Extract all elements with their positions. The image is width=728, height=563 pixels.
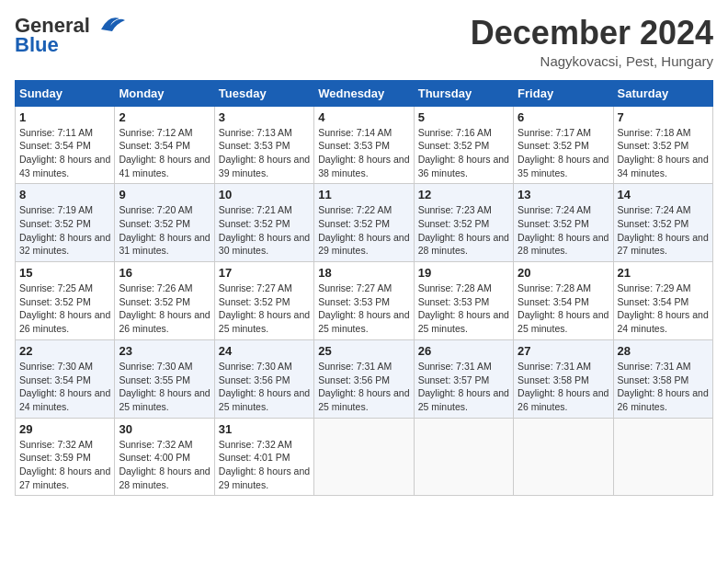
day-number: 15 xyxy=(19,266,110,280)
page-header: General Blue December 2024 Nagykovacsi, … xyxy=(15,15,713,69)
calendar-cell: 8Sunrise: 7:19 AMSunset: 3:52 PMDaylight… xyxy=(16,184,115,262)
calendar-cell: 23Sunrise: 7:30 AMSunset: 3:55 PMDayligh… xyxy=(115,339,214,418)
calendar-cell: 16Sunrise: 7:26 AMSunset: 3:52 PMDayligh… xyxy=(115,262,214,340)
calendar-cell: 25Sunrise: 7:31 AMSunset: 3:56 PMDayligh… xyxy=(314,339,414,418)
day-info: Sunrise: 7:27 AMSunset: 3:52 PMDaylight:… xyxy=(219,282,310,336)
day-info: Sunrise: 7:30 AMSunset: 3:56 PMDaylight:… xyxy=(219,360,310,414)
day-number: 1 xyxy=(19,110,110,124)
calendar-week-row: 15Sunrise: 7:25 AMSunset: 3:52 PMDayligh… xyxy=(16,262,713,340)
calendar-cell: 15Sunrise: 7:25 AMSunset: 3:52 PMDayligh… xyxy=(16,262,115,340)
day-info: Sunrise: 7:22 AMSunset: 3:52 PMDaylight:… xyxy=(318,203,409,258)
day-number: 18 xyxy=(318,266,409,280)
calendar-cell: 5Sunrise: 7:16 AMSunset: 3:52 PMDaylight… xyxy=(414,106,513,184)
day-number: 26 xyxy=(418,344,509,358)
calendar-cell: 20Sunrise: 7:28 AMSunset: 3:54 PMDayligh… xyxy=(514,262,613,340)
location: Nagykovacsi, Pest, Hungary xyxy=(471,53,713,69)
day-info: Sunrise: 7:32 AMSunset: 4:01 PMDaylight:… xyxy=(219,438,310,492)
day-number: 9 xyxy=(119,188,210,201)
weekday-header-thursday: Thursday xyxy=(414,80,513,106)
day-info: Sunrise: 7:13 AMSunset: 3:53 PMDaylight:… xyxy=(219,126,310,180)
calendar-cell: 26Sunrise: 7:31 AMSunset: 3:57 PMDayligh… xyxy=(414,339,513,418)
weekday-header-sunday: Sunday xyxy=(16,80,115,106)
title-block: December 2024 Nagykovacsi, Pest, Hungary xyxy=(471,15,713,69)
day-info: Sunrise: 7:32 AMSunset: 4:00 PMDaylight:… xyxy=(119,438,210,492)
calendar-cell: 27Sunrise: 7:31 AMSunset: 3:58 PMDayligh… xyxy=(514,339,613,418)
day-info: Sunrise: 7:23 AMSunset: 3:52 PMDaylight:… xyxy=(418,203,509,258)
weekday-header-wednesday: Wednesday xyxy=(314,80,414,106)
day-number: 2 xyxy=(119,110,210,124)
calendar-cell: 9Sunrise: 7:20 AMSunset: 3:52 PMDaylight… xyxy=(115,184,214,262)
calendar-cell xyxy=(314,418,414,496)
day-number: 28 xyxy=(618,344,709,358)
calendar-cell: 22Sunrise: 7:30 AMSunset: 3:54 PMDayligh… xyxy=(16,339,115,418)
day-number: 14 xyxy=(618,188,709,201)
calendar-table: SundayMondayTuesdayWednesdayThursdayFrid… xyxy=(15,80,713,497)
day-info: Sunrise: 7:11 AMSunset: 3:54 PMDaylight:… xyxy=(19,126,110,180)
calendar-cell: 11Sunrise: 7:22 AMSunset: 3:52 PMDayligh… xyxy=(314,184,414,262)
logo: General Blue xyxy=(15,15,127,55)
day-info: Sunrise: 7:18 AMSunset: 3:52 PMDaylight:… xyxy=(618,126,709,180)
weekday-header-tuesday: Tuesday xyxy=(214,80,313,106)
day-number: 13 xyxy=(518,188,609,201)
calendar-cell: 24Sunrise: 7:30 AMSunset: 3:56 PMDayligh… xyxy=(214,339,313,418)
calendar-cell: 30Sunrise: 7:32 AMSunset: 4:00 PMDayligh… xyxy=(115,418,214,496)
day-info: Sunrise: 7:20 AMSunset: 3:52 PMDaylight:… xyxy=(119,203,210,258)
calendar-cell: 28Sunrise: 7:31 AMSunset: 3:58 PMDayligh… xyxy=(613,339,712,418)
day-info: Sunrise: 7:32 AMSunset: 3:59 PMDaylight:… xyxy=(19,438,110,492)
day-number: 31 xyxy=(219,422,310,436)
day-number: 10 xyxy=(219,188,310,201)
calendar-cell xyxy=(514,418,613,496)
day-info: Sunrise: 7:26 AMSunset: 3:52 PMDaylight:… xyxy=(119,282,210,336)
calendar-cell: 1Sunrise: 7:11 AMSunset: 3:54 PMDaylight… xyxy=(16,106,115,184)
weekday-header-monday: Monday xyxy=(115,80,214,106)
day-info: Sunrise: 7:28 AMSunset: 3:54 PMDaylight:… xyxy=(518,282,609,336)
calendar-cell: 10Sunrise: 7:21 AMSunset: 3:52 PMDayligh… xyxy=(214,184,313,262)
day-number: 22 xyxy=(19,344,110,358)
day-info: Sunrise: 7:16 AMSunset: 3:52 PMDaylight:… xyxy=(418,126,509,180)
day-info: Sunrise: 7:14 AMSunset: 3:53 PMDaylight:… xyxy=(318,126,409,180)
logo-blue: Blue xyxy=(15,35,59,55)
day-info: Sunrise: 7:31 AMSunset: 3:56 PMDaylight:… xyxy=(318,360,409,414)
calendar-cell: 7Sunrise: 7:18 AMSunset: 3:52 PMDaylight… xyxy=(613,106,712,184)
day-number: 17 xyxy=(219,266,310,280)
day-number: 8 xyxy=(19,188,110,201)
day-number: 16 xyxy=(119,266,210,280)
calendar-cell: 19Sunrise: 7:28 AMSunset: 3:53 PMDayligh… xyxy=(414,262,513,340)
day-info: Sunrise: 7:31 AMSunset: 3:58 PMDaylight:… xyxy=(518,360,609,414)
day-number: 3 xyxy=(219,110,310,124)
day-number: 6 xyxy=(518,110,609,124)
calendar-cell: 12Sunrise: 7:23 AMSunset: 3:52 PMDayligh… xyxy=(414,184,513,262)
day-number: 21 xyxy=(618,266,709,280)
day-info: Sunrise: 7:24 AMSunset: 3:52 PMDaylight:… xyxy=(518,203,609,258)
month-title: December 2024 xyxy=(471,15,713,52)
day-info: Sunrise: 7:29 AMSunset: 3:54 PMDaylight:… xyxy=(618,282,709,336)
day-info: Sunrise: 7:12 AMSunset: 3:54 PMDaylight:… xyxy=(119,126,210,180)
day-info: Sunrise: 7:31 AMSunset: 3:58 PMDaylight:… xyxy=(618,360,709,414)
calendar-cell xyxy=(613,418,712,496)
calendar-cell: 18Sunrise: 7:27 AMSunset: 3:53 PMDayligh… xyxy=(314,262,414,340)
day-number: 11 xyxy=(318,188,409,201)
day-number: 30 xyxy=(119,422,210,436)
day-number: 27 xyxy=(518,344,609,358)
calendar-week-row: 1Sunrise: 7:11 AMSunset: 3:54 PMDaylight… xyxy=(16,106,713,184)
day-number: 23 xyxy=(119,344,210,358)
day-info: Sunrise: 7:30 AMSunset: 3:55 PMDaylight:… xyxy=(119,360,210,414)
calendar-cell: 14Sunrise: 7:24 AMSunset: 3:52 PMDayligh… xyxy=(613,184,712,262)
calendar-cell: 2Sunrise: 7:12 AMSunset: 3:54 PMDaylight… xyxy=(115,106,214,184)
calendar-week-row: 22Sunrise: 7:30 AMSunset: 3:54 PMDayligh… xyxy=(16,339,713,418)
day-info: Sunrise: 7:25 AMSunset: 3:52 PMDaylight:… xyxy=(19,282,110,336)
calendar-cell: 3Sunrise: 7:13 AMSunset: 3:53 PMDaylight… xyxy=(214,106,313,184)
logo-bird-icon xyxy=(92,11,127,37)
calendar-week-row: 8Sunrise: 7:19 AMSunset: 3:52 PMDaylight… xyxy=(16,184,713,262)
day-info: Sunrise: 7:27 AMSunset: 3:53 PMDaylight:… xyxy=(318,282,409,336)
day-info: Sunrise: 7:24 AMSunset: 3:52 PMDaylight:… xyxy=(618,203,709,258)
calendar-cell: 21Sunrise: 7:29 AMSunset: 3:54 PMDayligh… xyxy=(613,262,712,340)
day-info: Sunrise: 7:31 AMSunset: 3:57 PMDaylight:… xyxy=(418,360,509,414)
day-number: 19 xyxy=(418,266,509,280)
day-number: 25 xyxy=(318,344,409,358)
day-number: 24 xyxy=(219,344,310,358)
day-info: Sunrise: 7:30 AMSunset: 3:54 PMDaylight:… xyxy=(19,360,110,414)
calendar-cell: 29Sunrise: 7:32 AMSunset: 3:59 PMDayligh… xyxy=(16,418,115,496)
day-info: Sunrise: 7:17 AMSunset: 3:52 PMDaylight:… xyxy=(518,126,609,180)
day-number: 12 xyxy=(418,188,509,201)
